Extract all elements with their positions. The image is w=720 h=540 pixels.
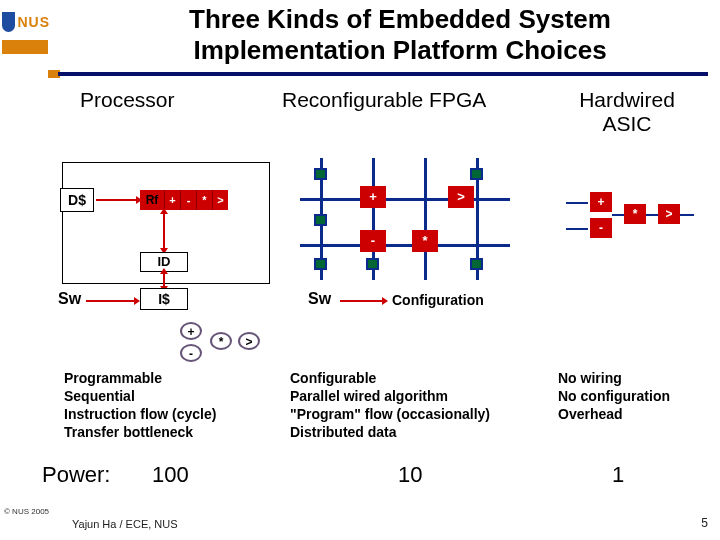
arrow-icon: [163, 274, 165, 286]
dcache-box: D$: [60, 188, 94, 212]
copyright: © NUS 2005: [4, 507, 49, 516]
header-asic: Hardwired ASIC: [562, 88, 692, 136]
power-label: Power:: [42, 462, 110, 488]
arrow-icon: [340, 300, 382, 302]
shield-icon: [2, 12, 15, 32]
alu-op-gt: >: [212, 190, 228, 210]
rf-box: Rf: [140, 190, 164, 210]
desc-line: "Program" flow (occasionally): [290, 406, 556, 424]
desc-line: Parallel wired algorithm: [290, 388, 556, 406]
power-processor: 100: [152, 462, 189, 488]
op-bubble-gt: >: [238, 332, 260, 350]
desc-line: Transfer bottleneck: [64, 424, 279, 442]
fpga-op-star: *: [412, 230, 438, 252]
fpga-op-plus: +: [360, 186, 386, 208]
fpga-op-minus: -: [360, 230, 386, 252]
desc-fpga: Configurable Parallel wired algorithm "P…: [290, 370, 556, 442]
page-number: 5: [701, 516, 708, 530]
arrow-icon: [163, 214, 165, 248]
alu-strip: + - * >: [164, 190, 228, 210]
header-processor: Processor: [80, 88, 175, 112]
nus-logo: NUS: [2, 4, 50, 40]
arrow-icon: [96, 199, 136, 201]
desc-line: Programmable: [64, 370, 279, 388]
desc-processor: Programmable Sequential Instruction flow…: [64, 370, 279, 442]
asic-op-minus: -: [590, 218, 612, 238]
power-asic: 1: [612, 462, 624, 488]
op-bubble-plus: +: [180, 322, 202, 340]
header-fpga: Reconfigurable FPGA: [282, 88, 486, 112]
desc-line: No configuration: [558, 388, 708, 406]
slide-title: Three Kinds of Embedded System Implement…: [100, 4, 700, 66]
configuration-label: Configuration: [392, 292, 484, 308]
footer-text: Yajun Ha / ECE, NUS: [72, 518, 178, 530]
desc-line: Sequential: [64, 388, 279, 406]
fpga-op-gt: >: [448, 186, 474, 208]
asic-diagram: + - * >: [566, 192, 696, 252]
sw-label-processor: Sw: [58, 290, 81, 308]
op-bubble-star: *: [210, 332, 232, 350]
logo-text: NUS: [17, 14, 50, 30]
title-rule: [58, 72, 708, 76]
desc-line: Instruction flow (cycle): [64, 406, 279, 424]
asic-op-plus: +: [590, 192, 612, 212]
arrow-icon: [86, 300, 134, 302]
desc-line: Configurable: [290, 370, 556, 388]
alu-op-plus: +: [164, 190, 180, 210]
alu-op-star: *: [196, 190, 212, 210]
asic-op-gt: >: [658, 204, 680, 224]
icache-box: I$: [140, 288, 188, 310]
op-bubble-minus: -: [180, 344, 202, 362]
logo-bar: [2, 40, 48, 54]
power-fpga: 10: [398, 462, 422, 488]
desc-line: Distributed data: [290, 424, 556, 442]
asic-op-star: *: [624, 204, 646, 224]
alu-op-minus: -: [180, 190, 196, 210]
sw-label-fpga: Sw: [308, 290, 331, 308]
desc-asic: No wiring No configuration Overhead: [558, 370, 708, 424]
desc-line: No wiring: [558, 370, 708, 388]
fpga-diagram: + > - *: [300, 158, 514, 280]
desc-line: Overhead: [558, 406, 708, 424]
